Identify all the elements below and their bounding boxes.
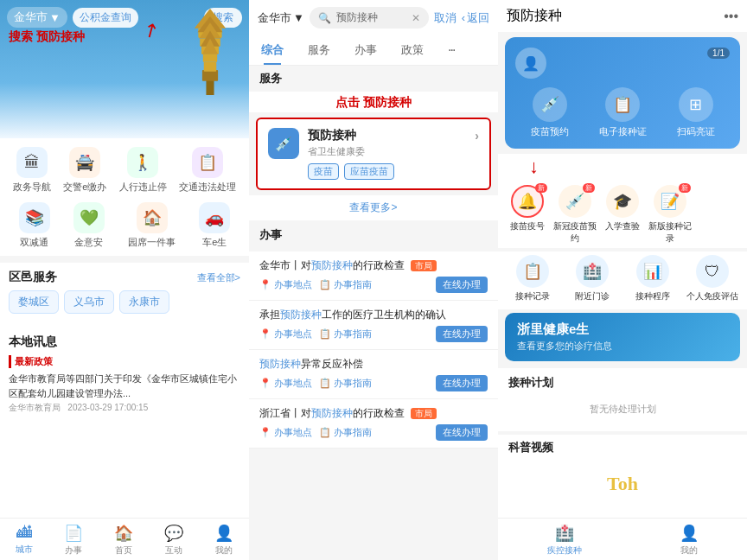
back-button[interactable]: ‹ 返回 xyxy=(462,10,489,26)
svg-rect-9 xyxy=(203,54,217,62)
toh-text: Toh xyxy=(607,473,638,495)
mine-right-nav-icon: 👤 xyxy=(680,524,699,543)
plan-empty: 暂无待处理计划 xyxy=(508,394,737,424)
nav-interact-label: 互动 xyxy=(165,544,182,557)
office-info-guide-3[interactable]: 📋 办事指南 xyxy=(319,426,372,439)
icon-xingzheng[interactable]: 🚶 人行违止停 xyxy=(119,147,167,194)
clear-icon[interactable]: ✕ xyxy=(412,12,420,24)
online-btn-1[interactable]: 在线办理 xyxy=(436,326,488,342)
nav-interact[interactable]: 💬 互动 xyxy=(164,524,183,557)
tuan-icon: 🏠 xyxy=(137,202,168,233)
office-info-guide-1[interactable]: 📋 办事指南 xyxy=(319,328,372,340)
tab-zhengce[interactable]: 政策 xyxy=(389,35,436,65)
jizong-icon: 📋 xyxy=(516,255,549,288)
grid-fujin[interactable]: 🏥 附近门诊 xyxy=(565,255,621,302)
office-item-2[interactable]: 预防接种异常反应补偿 📍 办事地点 📋 办事指南 在线办理 xyxy=(249,350,498,399)
city-badge[interactable]: 金华市 ▼ xyxy=(7,7,67,28)
online-btn-2[interactable]: 在线办理 xyxy=(436,375,488,391)
health-banner-title: 浙里健康e生 xyxy=(517,321,728,338)
dropdown-icon: ▼ xyxy=(49,11,61,24)
office-item-1[interactable]: 承担预防接种工作的医疗卫生机构的确认 📍 办事地点 📋 办事指南 在线办理 xyxy=(249,301,498,350)
status-badge-3: 市局 xyxy=(411,408,437,419)
icon-saoma[interactable]: ⊞ 扫码亮证 xyxy=(677,87,715,138)
nav-right-mine[interactable]: 👤 我的 xyxy=(680,524,699,557)
tab-banshi[interactable]: 办事 xyxy=(342,35,389,65)
online-btn-0[interactable]: 在线办理 xyxy=(436,277,488,293)
nav-mine[interactable]: 👤 我的 xyxy=(214,524,233,557)
vaccination-icon: 💉 xyxy=(268,128,299,159)
icon-zhengcheng[interactable]: 📋 电子接种证 xyxy=(599,87,647,138)
ruxue-icon: 🎓 xyxy=(606,185,639,218)
office-item-3[interactable]: 浙江省丨对预防接种的行政检查 市局 📍 办事地点 📋 办事指南 在线办理 xyxy=(249,399,498,449)
news-content[interactable]: 金华市教育局等四部门关于印发《金华市区城镇住宅小区配套幼儿园建设管理办法... xyxy=(9,372,240,400)
tag-jizhong[interactable]: 疫苗 xyxy=(308,163,339,180)
health-banner[interactable]: 浙里健康e生 查看更多您的诊疗信息 xyxy=(505,313,740,361)
more-icon[interactable]: ••• xyxy=(724,9,738,24)
gjzx-button[interactable]: 公积金查询 xyxy=(73,8,138,28)
office-info-location-3[interactable]: 📍 办事地点 xyxy=(259,426,312,439)
office-info-location-0[interactable]: 📍 办事地点 xyxy=(259,278,312,291)
cancel-button[interactable]: 取消 xyxy=(434,10,456,26)
icon-yujie[interactable]: 💉 疫苗预约 xyxy=(531,87,569,138)
tag-yimiao[interactable]: 应苗疫苗 xyxy=(344,163,394,180)
icon-fagui[interactable]: 📋 交通违法处理 xyxy=(179,147,236,194)
grid-mianyi-label: 个人免疫评估 xyxy=(686,290,738,302)
office-info-location-2[interactable]: 📍 办事地点 xyxy=(259,377,312,390)
grid-row1: 🔔 接苗疫号 新 💉 新冠疫苗预约 新 🎓 入学查验 📝 新版接种记录 新 xyxy=(498,178,747,248)
nav-office[interactable]: 📄 办事 xyxy=(64,524,83,557)
icon-label: 交警e缴办 xyxy=(63,181,106,194)
nav-city[interactable]: 🏙 城市 xyxy=(16,524,33,557)
office-info-location-1[interactable]: 📍 办事地点 xyxy=(259,328,312,340)
icon-jinyian[interactable]: 💚 金意安 xyxy=(73,202,105,249)
grid-xinjie[interactable]: 📝 新版接种记录 新 xyxy=(648,185,693,245)
grid-jizhong-label: 接苗疫号 xyxy=(510,220,545,232)
blue-card-icons: 💉 疫苗预约 📋 电子接种证 ⊞ 扫码亮证 xyxy=(515,87,730,138)
guide-icon: 📋 xyxy=(319,427,331,438)
nav-home-label: 首页 xyxy=(115,544,132,557)
grid-mianyi[interactable]: 🛡 个人免疫评估 xyxy=(686,255,741,302)
grid-jizhong[interactable]: 🔔 接苗疫号 新 xyxy=(505,185,549,245)
tab-more[interactable]: ··· xyxy=(436,35,466,65)
guide-icon: 📋 xyxy=(319,328,331,340)
grid-chengxu[interactable]: 📊 接种程序 xyxy=(625,255,680,302)
district-link[interactable]: 查看全部> xyxy=(197,271,240,284)
plan-section: 接种计划 暂无待处理计划 xyxy=(498,368,747,431)
icon-shuang[interactable]: 📚 双减通 xyxy=(19,202,50,249)
service-card-vaccination[interactable]: 💉 预防接种 › 省卫生健康委 疫苗 应苗疫苗 xyxy=(256,118,491,190)
online-btn-3[interactable]: 在线办理 xyxy=(436,424,488,441)
mid-city[interactable]: 金华市 ▼ xyxy=(258,10,304,26)
back-chevron-icon: ‹ xyxy=(462,11,465,24)
tab-fuwu[interactable]: 服务 xyxy=(296,35,342,65)
grid-xinguan[interactable]: 💉 新冠疫苗预约 新 xyxy=(552,185,597,245)
grid-ruxue[interactable]: 🎓 入学查验 xyxy=(600,185,644,245)
icon-label: 园席一件事 xyxy=(128,236,176,249)
nav-fangyi[interactable]: 🏥 疾控接种 xyxy=(547,524,582,557)
icon-tuan[interactable]: 🏠 园席一件事 xyxy=(128,202,176,249)
district-wucheng[interactable]: 婺城区 xyxy=(9,290,59,314)
jinyian-icon: 💚 xyxy=(73,202,105,233)
icon-chesheng[interactable]: 🚗 车e生 xyxy=(199,202,230,249)
office-info-guide-0[interactable]: 📋 办事指南 xyxy=(319,278,372,291)
mine-nav-icon: 👤 xyxy=(214,524,233,543)
home-nav-icon: 🏠 xyxy=(114,524,133,543)
tab-zonghe[interactable]: 综合 xyxy=(249,35,296,65)
mid-search-bar[interactable]: 🔍 预防接种 ✕ xyxy=(310,7,429,29)
view-more[interactable]: 查看更多> xyxy=(249,195,498,220)
location-icon: 📍 xyxy=(259,279,271,290)
office-items: 金华市丨对预防接种的行政检查 市局 📍 办事地点 📋 办事指南 在线办理 xyxy=(249,251,498,449)
nav-home[interactable]: 🏠 首页 xyxy=(114,524,133,557)
office-nav-icon: 📄 xyxy=(64,524,83,543)
plan-title: 接种计划 xyxy=(508,375,737,391)
service-card-title: 预防接种 › xyxy=(308,128,479,143)
nav-right-mine-label: 我的 xyxy=(680,544,698,557)
search-annotation: 搜索 预防接种 xyxy=(9,29,85,45)
icon-jiaotong[interactable]: 🚔 交警e缴办 xyxy=(63,147,106,194)
news-title: 本地讯息 xyxy=(9,334,240,350)
district-yongkang[interactable]: 永康市 xyxy=(119,290,169,314)
grid-jizong[interactable]: 📋 接种记录 xyxy=(505,255,560,302)
district-yiwu[interactable]: 义乌市 xyxy=(64,290,114,314)
office-info-guide-2[interactable]: 📋 办事指南 xyxy=(319,377,372,390)
office-item-0[interactable]: 金华市丨对预防接种的行政检查 市局 📍 办事地点 📋 办事指南 在线办理 xyxy=(249,251,498,301)
icon-zhengwu[interactable]: 🏛 政务导航 xyxy=(13,147,51,194)
grid-row2: 📋 接种记录 🏥 附近门诊 📊 接种程序 🛡 个人免疫评估 xyxy=(498,251,747,309)
